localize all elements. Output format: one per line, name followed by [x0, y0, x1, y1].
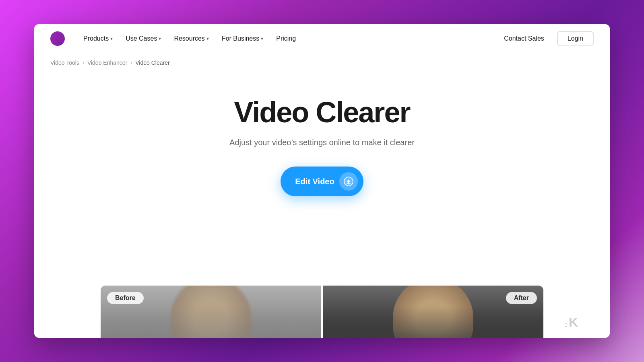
before-side: Before — [101, 286, 321, 338]
breadcrumb: Video Tools › Video Enhancer › Video Cle… — [34, 53, 610, 72]
browser-window: Products ▾ Use Cases ▾ Resources ▾ For B… — [34, 24, 610, 338]
nav-for-business[interactable]: For Business ▾ — [216, 32, 269, 45]
watermark-brand: K — [569, 315, 578, 329]
breadcrumb-separator-2: › — [130, 60, 132, 66]
chevron-down-icon: ▾ — [110, 36, 113, 41]
breadcrumb-video-tools[interactable]: Video Tools — [50, 60, 79, 66]
breadcrumb-current: Video Clearer — [135, 60, 169, 66]
nav-right: Contact Sales Login — [497, 31, 594, 46]
nav-links: Products ▾ Use Cases ▾ Resources ▾ For B… — [78, 32, 497, 45]
upload-icon — [344, 177, 353, 186]
edit-video-label: Edit Video — [295, 177, 334, 186]
nav-pricing[interactable]: Pricing — [270, 32, 301, 45]
nav-products[interactable]: Products ▾ — [78, 32, 118, 45]
breadcrumb-separator-1: › — [83, 60, 84, 66]
watermark: ::K — [564, 315, 578, 330]
upload-icon-circle — [339, 172, 358, 191]
before-after-section: Before After ::K — [34, 286, 610, 338]
after-label: After — [506, 292, 537, 304]
chevron-down-icon: ▾ — [159, 36, 161, 41]
ba-divider — [321, 286, 323, 338]
after-side: After — [323, 286, 543, 338]
page-title: Video Clearer — [234, 97, 410, 128]
before-after-container: Before After — [101, 286, 543, 338]
logo[interactable] — [50, 31, 65, 46]
main-content: Video Clearer Adjust your video’s settin… — [34, 72, 610, 212]
before-label: Before — [107, 292, 144, 304]
edit-video-button[interactable]: Edit Video — [281, 167, 363, 196]
breadcrumb-video-enhancer[interactable]: Video Enhancer — [87, 60, 127, 66]
contact-sales-button[interactable]: Contact Sales — [497, 32, 551, 45]
nav-resources[interactable]: Resources ▾ — [168, 32, 214, 45]
chevron-down-icon: ▾ — [261, 36, 263, 41]
navbar: Products ▾ Use Cases ▾ Resources ▾ For B… — [34, 24, 610, 53]
watermark-dots: :: — [564, 321, 567, 328]
page-subtitle: Adjust your video’s settings online to m… — [229, 138, 415, 147]
nav-use-cases[interactable]: Use Cases ▾ — [120, 32, 167, 45]
chevron-down-icon: ▾ — [206, 36, 209, 41]
login-button[interactable]: Login — [557, 31, 594, 46]
